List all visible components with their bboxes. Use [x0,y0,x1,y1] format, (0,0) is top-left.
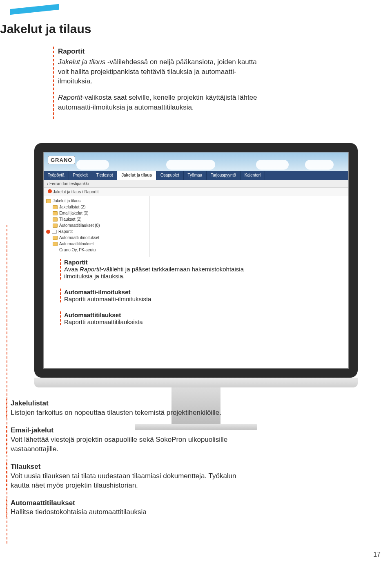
intro-block: Raportit Jakelut ja tilaus -välilehdessä… [53,47,265,119]
sec-heading: Jakelulistat [11,399,238,408]
tree-label: Jakelulistat (2) [59,205,85,209]
tab-osapuolet[interactable]: Osapuolet [156,171,184,180]
tree-item[interactable]: Tilaukset (2) [46,216,149,222]
overlay-text: Raportti automaatti-ilmoituksista [64,295,264,302]
path-bar: Jakelut ja tilaus / Raportit [44,188,348,196]
intro-p2: Raportit-valikosta saat selville, kenell… [58,93,265,112]
path-text: Jakelut ja tilaus / Raportit [53,190,99,194]
overlay-notes: Raportit Avaa Raportit-välilehti ja pääs… [60,259,264,334]
overlay-text: Avaa Raportit-välilehti ja pääset tarkka… [64,266,264,280]
sec-jakelulistat: Jakelulistat Listojen tarkoitus on nopeu… [6,399,238,418]
sec-heading: Automaattitilaukset [11,499,238,508]
tab-tyomaa[interactable]: Työmaa [184,171,207,180]
tree-item[interactable]: Automaatti-ilmoitukset [46,235,149,241]
tab-tyopoyta[interactable]: Työpöytä [44,171,69,180]
tree-label: Raportit [58,229,73,234]
sec-heading: Email-jakelut [11,426,238,435]
tab-projektit[interactable]: Projektit [69,171,92,180]
folder-icon [53,205,58,209]
page-number: 17 [373,551,381,558]
tree-item[interactable]: Jakelulistat (2) [46,204,149,210]
tab-kalenteri[interactable]: Kalenteri [241,171,265,180]
sec-text: Voit lähettää viestejä projektin osapuol… [11,435,238,454]
screen: GRANO Työpöytä Projektit Tiedostot Jakel… [43,152,349,369]
accent-bar [10,4,59,15]
monitor: GRANO Työpöytä Projektit Tiedostot Jakel… [34,143,358,430]
overlay-heading: Automaatti-ilmoitukset [64,289,264,295]
cloud-decor [305,160,334,170]
folder-icon [53,224,58,228]
overlay-em: Raportit [80,266,101,273]
cloud-decor [256,160,289,170]
navbar: Työpöytä Projektit Tiedostot Jakelut ja … [44,171,348,180]
sec-tilaukset: Tilaukset Voit uusia tilauksen tai tilat… [6,462,238,490]
monitor-bezel: GRANO Työpöytä Projektit Tiedostot Jakel… [34,143,358,378]
sec-text: Hallitse tiedostokohtaisia automaattitil… [11,508,238,517]
tab-jakelut[interactable]: Jakelut ja tilaus [117,171,156,180]
intro-heading: Raportit [58,47,265,56]
bottom-sections: Jakelulistat Listojen tarkoitus on nopeu… [10,399,238,525]
overlay-heading: Raportit [64,259,264,266]
page-title: Jakelut ja tilaus [0,22,91,36]
folder-icon [53,236,58,240]
overlay-b3: Automaattitilaukset Raportti automaattit… [60,311,264,325]
sec-text: Listojen tarkoitus on nopeuttaa tilauste… [11,408,238,418]
tree-label: Automaattitilaukset [59,242,94,246]
overlay-b2: Automaatti-ilmoitukset Raportti automaat… [60,289,264,302]
tree-raportit[interactable]: Raportit [46,228,149,235]
cloud-decor [166,160,215,170]
tree-root[interactable]: Jakelut ja tilaus [46,198,149,204]
tree-item[interactable]: Email jakelut (0) [46,210,149,216]
folder-icon [53,211,58,215]
folder-icon [52,230,57,234]
app-logo: GRANO [48,156,75,164]
tree-label: Automaattitilaukset (0) [59,223,100,228]
intro-p1-em: Jakelut ja tilaus [58,58,105,66]
nav-tree: Jakelut ja tilaus Jakelulistat (2) Email… [44,196,150,257]
sec-heading: Tilaukset [11,462,238,472]
tree-label: Tilaukset (2) [59,217,82,222]
intro-p1: Jakelut ja tilaus -välilehdessä on neljä… [58,57,265,86]
folder-icon [53,242,58,246]
sec-automaattitilaukset: Automaattitilaukset Hallitse tiedostokoh… [6,499,238,517]
cloud-decor [76,160,109,170]
breadcrumb: › Ferrandon testipankki [44,180,348,188]
tree-label: Jakelut ja tilaus [53,199,80,203]
overlay-b1: Raportit Avaa Raportit-välilehti ja pääs… [60,259,264,280]
app-header: GRANO [44,152,348,171]
folder-icon [46,199,51,203]
folder-icon [53,217,58,222]
tab-tiedostot[interactable]: Tiedostot [92,171,118,180]
tree-item[interactable]: Automaattitilaukset [46,241,149,247]
sec-text: Voit uusia tilauksen tai tilata uudestaa… [11,472,238,490]
monitor-base [34,378,358,387]
marker-icon [46,230,50,234]
tab-tarjouspyynto[interactable]: Tarjouspyyntö [207,171,241,180]
overlay-text: Raportti automaattitilauksista [64,318,264,325]
sec-emailjakelut: Email-jakelut Voit lähettää viestejä pro… [6,426,238,454]
tree-label: Email jakelut (0) [59,211,89,215]
marker-icon [48,189,52,193]
intro-p2-em: Raportit [58,94,82,101]
tree-label: Automaatti-ilmoitukset [59,235,99,240]
tree-label: Grano Oy, PK-seutu [59,248,96,252]
tree-footer[interactable]: Grano Oy, PK-seutu [46,247,149,253]
intro-p2-rest: -valikosta saat selville, kenelle projek… [58,94,257,111]
dashed-connector [7,225,7,544]
overlay-heading: Automaattitilaukset [64,311,264,318]
tree-item[interactable]: Automaattitilaukset (0) [46,222,149,228]
